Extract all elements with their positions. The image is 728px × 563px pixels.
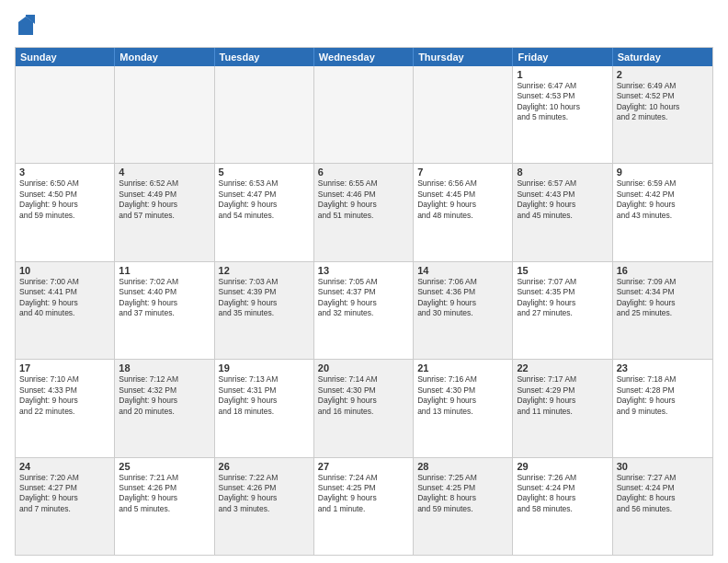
day-cell-12: 12Sunrise: 7:03 AM Sunset: 4:39 PM Dayli… bbox=[215, 262, 314, 359]
calendar-row-3: 17Sunrise: 7:10 AM Sunset: 4:33 PM Dayli… bbox=[16, 360, 712, 457]
day-cell-9: 9Sunrise: 6:59 AM Sunset: 4:42 PM Daylig… bbox=[613, 164, 712, 260]
day-number: 24 bbox=[19, 461, 110, 472]
day-info: Sunrise: 7:26 AM Sunset: 4:24 PM Dayligh… bbox=[517, 473, 608, 515]
day-info: Sunrise: 7:12 AM Sunset: 4:32 PM Dayligh… bbox=[119, 374, 210, 417]
day-cell-15: 15Sunrise: 7:07 AM Sunset: 4:35 PM Dayli… bbox=[513, 262, 612, 359]
header bbox=[15, 11, 713, 41]
day-number: 7 bbox=[417, 167, 508, 178]
logo-text bbox=[15, 15, 35, 41]
day-number: 29 bbox=[517, 461, 608, 472]
header-cell-friday: Friday bbox=[513, 48, 612, 66]
empty-cell bbox=[215, 66, 314, 163]
day-cell-10: 10Sunrise: 7:00 AM Sunset: 4:41 PM Dayli… bbox=[16, 262, 115, 359]
day-cell-29: 29Sunrise: 7:26 AM Sunset: 4:24 PM Dayli… bbox=[513, 458, 612, 555]
day-cell-23: 23Sunrise: 7:18 AM Sunset: 4:28 PM Dayli… bbox=[613, 360, 712, 456]
day-info: Sunrise: 7:02 AM Sunset: 4:40 PM Dayligh… bbox=[119, 277, 210, 319]
day-cell-19: 19Sunrise: 7:13 AM Sunset: 4:31 PM Dayli… bbox=[215, 360, 314, 456]
day-cell-5: 5Sunrise: 6:53 AM Sunset: 4:47 PM Daylig… bbox=[215, 164, 314, 260]
day-cell-2: 2Sunrise: 6:49 AM Sunset: 4:52 PM Daylig… bbox=[613, 66, 712, 163]
day-info: Sunrise: 6:53 AM Sunset: 4:47 PM Dayligh… bbox=[219, 178, 310, 221]
day-info: Sunrise: 7:25 AM Sunset: 4:25 PM Dayligh… bbox=[417, 473, 508, 515]
day-info: Sunrise: 6:49 AM Sunset: 4:52 PM Dayligh… bbox=[617, 81, 709, 123]
day-number: 8 bbox=[517, 167, 608, 178]
calendar-header: SundayMondayTuesdayWednesdayThursdayFrid… bbox=[16, 48, 712, 66]
header-cell-monday: Monday bbox=[115, 48, 214, 66]
header-cell-wednesday: Wednesday bbox=[314, 48, 414, 66]
day-cell-20: 20Sunrise: 7:14 AM Sunset: 4:30 PM Dayli… bbox=[314, 360, 414, 456]
day-number: 13 bbox=[318, 265, 409, 276]
day-cell-28: 28Sunrise: 7:25 AM Sunset: 4:25 PM Dayli… bbox=[414, 458, 513, 555]
day-info: Sunrise: 7:07 AM Sunset: 4:35 PM Dayligh… bbox=[517, 277, 608, 319]
calendar-body: 1Sunrise: 6:47 AM Sunset: 4:53 PM Daylig… bbox=[16, 66, 712, 555]
day-number: 15 bbox=[517, 265, 608, 276]
day-number: 18 bbox=[119, 362, 210, 373]
day-number: 2 bbox=[617, 69, 709, 80]
day-info: Sunrise: 7:06 AM Sunset: 4:36 PM Dayligh… bbox=[417, 277, 508, 319]
day-number: 14 bbox=[417, 265, 508, 276]
calendar: SundayMondayTuesdayWednesdayThursdayFrid… bbox=[15, 47, 713, 556]
header-cell-saturday: Saturday bbox=[613, 48, 712, 66]
empty-cell bbox=[414, 66, 513, 163]
day-number: 17 bbox=[19, 362, 110, 373]
day-number: 11 bbox=[119, 265, 210, 276]
day-number: 16 bbox=[617, 265, 709, 276]
day-number: 25 bbox=[119, 461, 210, 472]
day-cell-7: 7Sunrise: 6:56 AM Sunset: 4:45 PM Daylig… bbox=[414, 164, 513, 260]
day-number: 12 bbox=[219, 265, 310, 276]
day-info: Sunrise: 6:52 AM Sunset: 4:49 PM Dayligh… bbox=[119, 178, 210, 221]
day-number: 1 bbox=[517, 69, 608, 80]
page: SundayMondayTuesdayWednesdayThursdayFrid… bbox=[0, 0, 728, 563]
day-info: Sunrise: 7:20 AM Sunset: 4:27 PM Dayligh… bbox=[19, 473, 110, 515]
day-cell-11: 11Sunrise: 7:02 AM Sunset: 4:40 PM Dayli… bbox=[115, 262, 214, 359]
day-cell-22: 22Sunrise: 7:17 AM Sunset: 4:29 PM Dayli… bbox=[513, 360, 612, 456]
day-info: Sunrise: 7:14 AM Sunset: 4:30 PM Dayligh… bbox=[318, 374, 409, 417]
day-cell-18: 18Sunrise: 7:12 AM Sunset: 4:32 PM Dayli… bbox=[115, 360, 214, 456]
day-info: Sunrise: 6:55 AM Sunset: 4:46 PM Dayligh… bbox=[318, 178, 409, 221]
day-cell-16: 16Sunrise: 7:09 AM Sunset: 4:34 PM Dayli… bbox=[613, 262, 712, 359]
empty-cell bbox=[115, 66, 214, 163]
day-number: 20 bbox=[318, 362, 409, 373]
logo bbox=[15, 15, 35, 41]
day-info: Sunrise: 6:57 AM Sunset: 4:43 PM Dayligh… bbox=[517, 178, 608, 221]
day-cell-4: 4Sunrise: 6:52 AM Sunset: 4:49 PM Daylig… bbox=[115, 164, 214, 260]
day-info: Sunrise: 6:47 AM Sunset: 4:53 PM Dayligh… bbox=[517, 81, 608, 123]
header-cell-tuesday: Tuesday bbox=[215, 48, 314, 66]
day-cell-27: 27Sunrise: 7:24 AM Sunset: 4:25 PM Dayli… bbox=[314, 458, 414, 555]
day-cell-6: 6Sunrise: 6:55 AM Sunset: 4:46 PM Daylig… bbox=[314, 164, 414, 260]
calendar-row-1: 3Sunrise: 6:50 AM Sunset: 4:50 PM Daylig… bbox=[16, 164, 712, 261]
day-number: 6 bbox=[318, 167, 409, 178]
day-info: Sunrise: 7:17 AM Sunset: 4:29 PM Dayligh… bbox=[517, 374, 608, 417]
day-cell-17: 17Sunrise: 7:10 AM Sunset: 4:33 PM Dayli… bbox=[16, 360, 115, 456]
day-number: 27 bbox=[318, 461, 409, 472]
day-info: Sunrise: 7:13 AM Sunset: 4:31 PM Dayligh… bbox=[219, 374, 310, 417]
day-number: 21 bbox=[417, 362, 508, 373]
header-cell-thursday: Thursday bbox=[414, 48, 513, 66]
day-info: Sunrise: 7:05 AM Sunset: 4:37 PM Dayligh… bbox=[318, 277, 409, 319]
empty-cell bbox=[16, 66, 115, 163]
day-info: Sunrise: 6:50 AM Sunset: 4:50 PM Dayligh… bbox=[19, 178, 110, 221]
day-info: Sunrise: 7:09 AM Sunset: 4:34 PM Dayligh… bbox=[617, 277, 709, 319]
calendar-row-0: 1Sunrise: 6:47 AM Sunset: 4:53 PM Daylig… bbox=[16, 66, 712, 164]
day-info: Sunrise: 7:22 AM Sunset: 4:26 PM Dayligh… bbox=[219, 473, 310, 515]
empty-cell bbox=[314, 66, 414, 163]
day-number: 23 bbox=[617, 362, 709, 373]
day-cell-3: 3Sunrise: 6:50 AM Sunset: 4:50 PM Daylig… bbox=[16, 164, 115, 260]
day-info: Sunrise: 7:27 AM Sunset: 4:24 PM Dayligh… bbox=[617, 473, 709, 515]
day-info: Sunrise: 7:00 AM Sunset: 4:41 PM Dayligh… bbox=[19, 277, 110, 319]
day-cell-14: 14Sunrise: 7:06 AM Sunset: 4:36 PM Dayli… bbox=[414, 262, 513, 359]
day-number: 30 bbox=[617, 461, 709, 472]
day-info: Sunrise: 7:18 AM Sunset: 4:28 PM Dayligh… bbox=[617, 374, 709, 417]
day-info: Sunrise: 6:56 AM Sunset: 4:45 PM Dayligh… bbox=[417, 178, 508, 221]
day-number: 9 bbox=[617, 167, 709, 178]
day-cell-1: 1Sunrise: 6:47 AM Sunset: 4:53 PM Daylig… bbox=[513, 66, 612, 163]
day-info: Sunrise: 6:59 AM Sunset: 4:42 PM Dayligh… bbox=[617, 178, 709, 221]
day-cell-25: 25Sunrise: 7:21 AM Sunset: 4:26 PM Dayli… bbox=[115, 458, 214, 555]
day-cell-13: 13Sunrise: 7:05 AM Sunset: 4:37 PM Dayli… bbox=[314, 262, 414, 359]
day-cell-26: 26Sunrise: 7:22 AM Sunset: 4:26 PM Dayli… bbox=[215, 458, 314, 555]
logo-icon bbox=[17, 15, 35, 37]
day-number: 4 bbox=[119, 167, 210, 178]
day-number: 22 bbox=[517, 362, 608, 373]
day-cell-30: 30Sunrise: 7:27 AM Sunset: 4:24 PM Dayli… bbox=[613, 458, 712, 555]
day-number: 26 bbox=[219, 461, 310, 472]
day-info: Sunrise: 7:16 AM Sunset: 4:30 PM Dayligh… bbox=[417, 374, 508, 417]
